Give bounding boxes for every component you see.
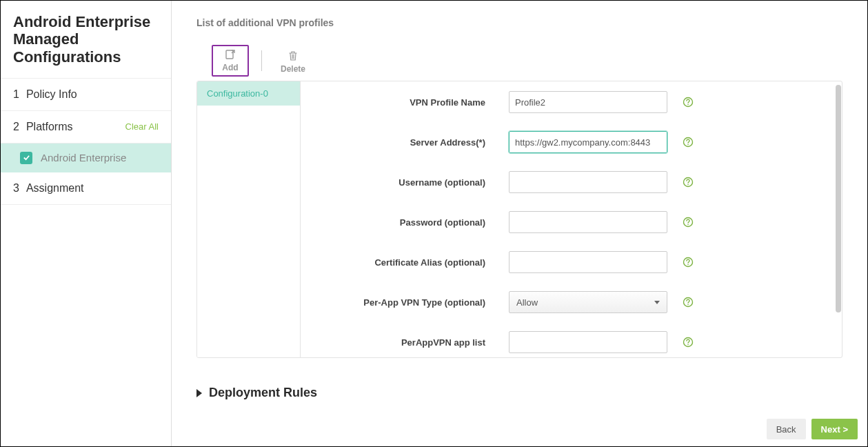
config-list: Configuration-0 [197,81,301,357]
delete-label: Delete [281,64,305,74]
nav-step-number: 1 [13,88,19,101]
svg-rect-0 [226,50,233,59]
nav-platforms[interactable]: 2 Platforms Clear All [1,111,171,143]
section-label: List of additional VPN profiles [196,17,842,28]
nav-step-number: 2 [13,121,19,133]
label-username: Username (optional) [316,177,509,188]
nav-label: Assignment [26,182,84,195]
help-icon[interactable] [683,217,694,228]
input-cert-alias[interactable] [509,251,667,273]
row-password: Password (optional) [316,211,827,233]
nav-label: Platforms [26,121,73,133]
input-server-address[interactable] [509,131,667,153]
input-per-app-list[interactable] [509,331,667,353]
nav-assignment[interactable]: 3 Assignment [1,172,171,205]
label-per-app-list: PerAppVPN app list [316,337,509,348]
select-value: Allow [516,297,538,308]
check-icon [20,152,32,164]
svg-point-12 [687,304,689,306]
nav-sub-android-enterprise[interactable]: Android Enterprise [1,143,171,172]
input-vpn-profile-name[interactable] [509,91,667,113]
label-cert-alias: Certificate Alias (optional) [316,257,509,268]
help-icon[interactable] [683,297,694,308]
label-server-address: Server Address(*) [316,137,509,148]
row-server-address: Server Address(*) [316,131,827,153]
add-button[interactable]: Add [212,45,249,77]
label-password: Password (optional) [316,217,509,228]
toolbar: Add Delete [196,41,842,81]
label-per-app-type: Per-App VPN Type (optional) [316,297,509,308]
delete-button[interactable]: Delete [274,48,312,77]
label-vpn-profile-name: VPN Profile Name [316,97,509,108]
config-item-0[interactable]: Configuration-0 [197,81,300,106]
row-per-app-type: Per-App VPN Type (optional) Allow [316,291,827,313]
toolbar-separator [261,50,262,71]
help-icon[interactable] [683,337,694,348]
form-area: VPN Profile Name Server Address(*) Usern… [301,81,842,357]
row-per-app-list: PerAppVPN app list [316,331,827,353]
help-icon[interactable] [683,177,694,188]
config-panel: Configuration-0 VPN Profile Name Server … [196,81,842,358]
add-icon [225,49,236,60]
help-icon[interactable] [683,257,694,268]
scrollbar[interactable] [836,85,841,312]
svg-point-4 [687,144,689,146]
row-username: Username (optional) [316,171,827,193]
help-icon[interactable] [683,137,694,148]
nav-policy-info[interactable]: 1 Policy Info [1,79,171,111]
svg-point-14 [687,344,689,346]
next-button[interactable]: Next > [811,419,858,439]
deployment-rules-label: Deployment Rules [209,386,317,400]
row-vpn-profile-name: VPN Profile Name [316,91,827,113]
svg-point-10 [687,264,689,266]
caret-right-icon [196,389,202,397]
svg-point-2 [687,104,689,106]
select-per-app-type[interactable]: Allow [509,291,667,313]
help-icon[interactable] [683,97,694,108]
clear-all-link[interactable]: Clear All [125,121,159,132]
input-password[interactable] [509,211,667,233]
svg-point-8 [687,224,689,226]
back-button[interactable]: Back [767,419,806,439]
nav-label: Policy Info [26,88,77,101]
page-title: Android Enterprise Managed Configuration… [1,1,171,79]
trash-icon [288,50,298,61]
main-content: List of additional VPN profiles Add [172,1,867,446]
svg-point-6 [687,184,689,186]
nav-step-number: 3 [13,182,19,195]
deployment-rules-toggle[interactable]: Deployment Rules [196,386,842,400]
sidebar: Android Enterprise Managed Configuration… [1,1,172,446]
nav-sub-label: Android Enterprise [41,152,126,163]
input-username[interactable] [509,171,667,193]
row-cert-alias: Certificate Alias (optional) [316,251,827,273]
add-label: Add [222,63,238,72]
footer-buttons: Back Next > [767,419,858,439]
